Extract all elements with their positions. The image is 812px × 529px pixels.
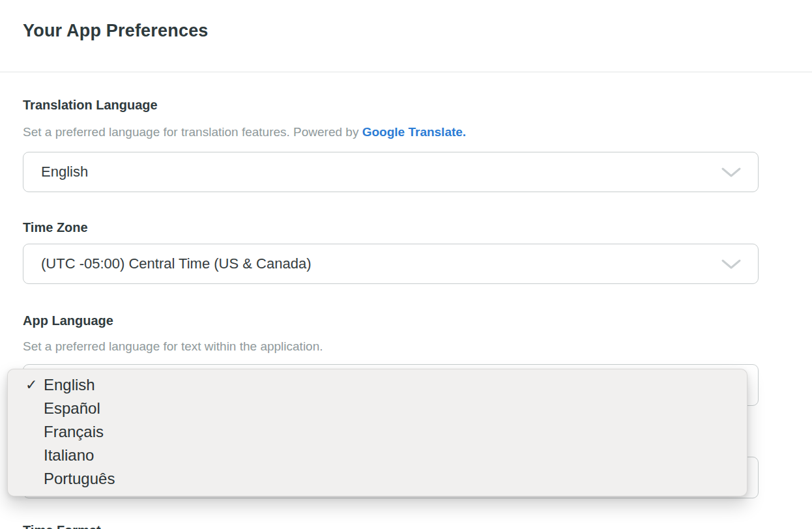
dropdown-option-label: Italiano: [44, 446, 94, 465]
dropdown-option-label: English: [44, 376, 95, 394]
app-language-label: App Language: [23, 313, 113, 328]
app-preferences-page: { "header": { "title": "Your App Prefere…: [0, 0, 812, 529]
dropdown-option[interactable]: ✓English: [8, 373, 747, 397]
app-language-dropdown-list: ✓EnglishEspañolFrançaisItalianoPortuguês: [8, 373, 747, 491]
time-zone-select[interactable]: (UTC -05:00) Central Time (US & Canada): [23, 244, 759, 284]
page-title: Your App Preferences: [23, 21, 209, 41]
dropdown-option[interactable]: Español: [8, 397, 747, 420]
app-language-description: Set a preferred language for text within…: [23, 339, 323, 354]
dropdown-option[interactable]: Italiano: [8, 444, 747, 467]
translation-language-select[interactable]: English: [23, 152, 759, 192]
checkmark-icon: ✓: [25, 377, 37, 393]
translation-language-description-text: Set a preferred language for translation…: [23, 125, 362, 139]
dropdown-option[interactable]: Français: [8, 420, 747, 444]
translation-language-select-value: English: [41, 164, 721, 180]
time-format-label: Time Format: [23, 523, 101, 529]
translation-language-label: Translation Language: [23, 98, 158, 113]
dropdown-option-label: Português: [44, 470, 115, 488]
chevron-down-icon: [721, 259, 742, 270]
dropdown-option-label: Français: [44, 423, 104, 441]
translation-language-description: Set a preferred language for translation…: [23, 125, 466, 139]
dropdown-option-label: Español: [44, 399, 100, 418]
google-translate-link[interactable]: Google Translate.: [362, 125, 466, 139]
time-zone-label: Time Zone: [23, 220, 88, 235]
app-language-dropdown: ✓EnglishEspañolFrançaisItalianoPortuguês: [7, 369, 747, 496]
chevron-down-icon: [721, 167, 742, 178]
header-divider: [0, 72, 812, 72]
time-zone-select-value: (UTC -05:00) Central Time (US & Canada): [41, 255, 721, 272]
dropdown-option[interactable]: Português: [8, 467, 747, 491]
